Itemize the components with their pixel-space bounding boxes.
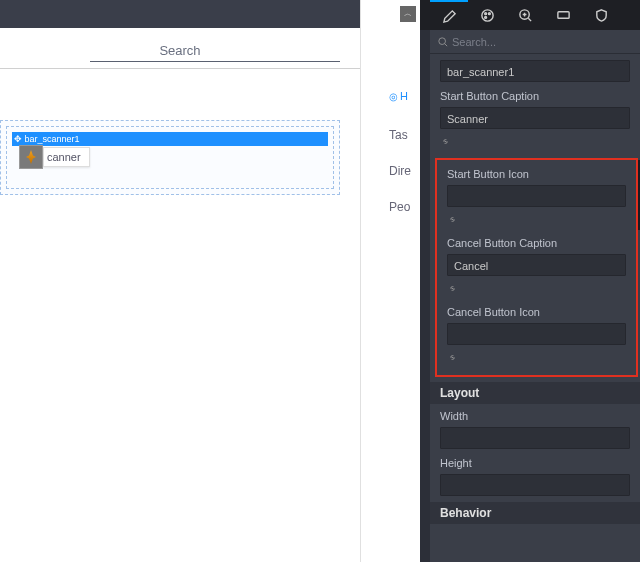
barcode-scanner-widget[interactable]: canner (19, 145, 90, 169)
width-label: Width (440, 410, 630, 422)
panel-search[interactable]: Search... (430, 30, 640, 54)
link-icon (447, 283, 458, 294)
link-icon (440, 136, 451, 147)
device-icon (556, 8, 571, 23)
search-plus-icon (518, 8, 533, 23)
tab-shield[interactable] (582, 0, 620, 30)
search-icon (438, 37, 448, 47)
middle-column: ︿ ◎H Tas Dire Peo (360, 0, 420, 562)
divider (0, 68, 360, 69)
link-icon (447, 214, 458, 225)
pencil-icon (442, 9, 457, 24)
collapse-icon[interactable]: ︿ (400, 6, 416, 22)
palette-icon (480, 8, 495, 23)
cancel-icon-label: Cancel Button Icon (447, 306, 626, 318)
move-icon[interactable]: ✥ (14, 132, 22, 146)
target-icon: ◎ (389, 91, 398, 102)
start-caption-label: Start Button Caption (440, 90, 630, 102)
widget-caption: canner (43, 147, 90, 167)
top-dark-band (0, 0, 360, 28)
cancel-icon-input[interactable] (447, 323, 626, 345)
section-behavior[interactable]: Behavior (430, 502, 640, 524)
height-input[interactable] (440, 474, 630, 496)
tab-style[interactable] (468, 0, 506, 30)
search-area[interactable]: Search (0, 28, 360, 68)
height-label: Height (440, 457, 630, 469)
canvas-inner: ✥ bar_scanner1 canner (6, 126, 334, 189)
section-layout[interactable]: Layout (430, 382, 640, 404)
svg-point-1 (484, 12, 486, 14)
start-icon-input[interactable] (447, 185, 626, 207)
svg-point-3 (484, 16, 486, 18)
stub-text[interactable]: Tas (389, 128, 408, 142)
start-caption-input[interactable]: Scanner (440, 107, 630, 129)
selection-header[interactable]: ✥ bar_scanner1 (12, 132, 328, 146)
link-row[interactable] (437, 347, 636, 369)
cancel-caption-input[interactable]: Cancel (447, 254, 626, 276)
link-row[interactable] (437, 209, 636, 231)
search-underline (90, 61, 340, 62)
panel-tabs (420, 0, 640, 30)
tab-properties[interactable] (430, 0, 468, 30)
link-icon (447, 352, 458, 363)
tab-device[interactable] (544, 0, 582, 30)
link-row[interactable] (430, 131, 640, 153)
svg-point-0 (481, 9, 492, 20)
tab-spacer (420, 0, 430, 30)
search-label: Search (159, 43, 200, 58)
search-placeholder: Search... (452, 36, 496, 48)
tab-add[interactable] (506, 0, 544, 30)
home-link[interactable]: ◎H (389, 90, 408, 102)
start-icon-label: Start Button Icon (447, 168, 626, 180)
selection-id: bar_scanner1 (25, 134, 80, 144)
cancel-caption-label: Cancel Button Caption (447, 237, 626, 249)
svg-point-6 (439, 37, 446, 44)
name-input[interactable]: bar_scanner1 (440, 60, 630, 82)
shield-icon (594, 8, 609, 23)
panel-strip (420, 0, 430, 562)
stub-text[interactable]: Peo (389, 200, 410, 214)
link-row[interactable] (437, 278, 636, 300)
svg-point-2 (488, 12, 490, 14)
highlighted-group: Start Button Icon Cancel Button Caption … (435, 158, 638, 377)
barcode-icon (19, 145, 43, 169)
stub-text[interactable]: Dire (389, 164, 411, 178)
width-input[interactable] (440, 427, 630, 449)
svg-rect-5 (557, 11, 568, 18)
design-canvas[interactable]: ✥ bar_scanner1 canner (0, 120, 340, 195)
